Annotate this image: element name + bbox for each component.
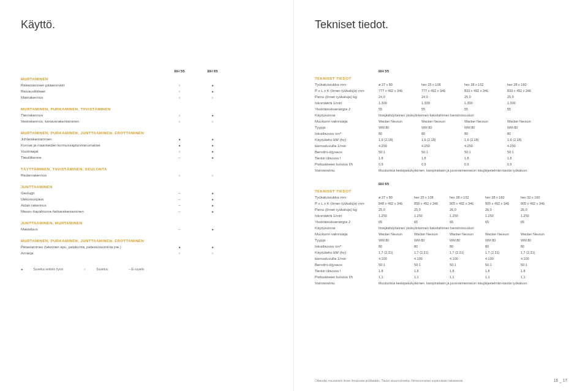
spec-value: WM 80	[507, 126, 550, 129]
table-row: Pelastaminen (tekninen apu, palokunta, p…	[21, 244, 273, 250]
spec-label: Tankin tilavuus l	[315, 269, 379, 273]
spec-label: Käyttöteho kW (hv)	[315, 138, 379, 142]
spec-label: Polttoaineen kulutus l/h	[315, 162, 379, 166]
spec-label: Voimansiirto	[315, 281, 379, 285]
spec-value: Wacker Neuson	[485, 232, 521, 236]
symbol-cell	[163, 113, 196, 117]
spec-row: Bensiini-öljyseos50:150:150:150:150:1	[315, 262, 567, 268]
right-page: Tekniset tiedot. BH 55 TEKNISET TIEDOT T…	[294, 0, 588, 391]
table-row: Juhlarakentaminen	[21, 136, 273, 142]
spec-value: 80	[379, 132, 421, 135]
spec-row: Moottorin valmistajaWacker NeusonWacker …	[315, 231, 567, 237]
spec-label: kierrosluvulla 1/min	[315, 257, 379, 260]
spec-row: Bensiini-öljyseos50:150:150:150:1	[315, 149, 567, 155]
row-label: Juhlarakentaminen	[21, 137, 163, 141]
symbol-cell	[163, 173, 196, 177]
spec-value: 80	[507, 132, 550, 135]
spec-row: kierrosluvulla 1/min4.2504.2504.2504.250	[315, 143, 567, 149]
spec-row: Iskumäärä 1/min1.2501.2501.2501.2501.250	[315, 213, 567, 219]
spec-label: Käyttövoima	[315, 226, 379, 230]
ring-icon	[178, 83, 180, 87]
row-label: Maatalous	[21, 227, 163, 231]
table-row: Tietoliikenne	[21, 154, 273, 161]
spec-label: Bensiini-öljyseos	[315, 150, 379, 154]
spec-label: kierrosluvulla 1/min	[315, 144, 379, 148]
section-head: JUNTTAAMINEN	[21, 183, 273, 190]
spec-value: 1,8	[507, 156, 550, 160]
table-row: Radanrakennus	[21, 172, 273, 178]
spec-row: TyyppiWM 80WM 80WM 80WM 80WM 80	[315, 237, 567, 243]
spec-label: Tyyppi	[315, 126, 379, 129]
spec-value: WM 80	[414, 238, 450, 242]
spec-row: VoimansiirtoMoottorista keskipakokytkime…	[315, 280, 567, 286]
spec-row: Yksittäisiskuenergia J55555555	[315, 106, 567, 112]
table-row: Vesirakennus, kanavarakentaminen	[21, 118, 273, 124]
legend: Soveltuu erittäin hyvin Soveltuu – Ei so…	[21, 267, 273, 271]
spec-value: 80	[414, 245, 450, 248]
ring-icon	[211, 251, 213, 255]
row-label: Raivausliikkeet	[21, 89, 163, 93]
spec-value: Wacker Neuson	[421, 120, 464, 123]
spec-value: 1,7 (2,31)	[379, 251, 414, 254]
row-label: Tienrakennus	[21, 113, 163, 117]
ring-icon	[178, 251, 180, 255]
symbol-cell	[196, 251, 229, 255]
left-title: Käyttö.	[21, 18, 273, 31]
row-label: Vuokraajat	[21, 150, 163, 153]
symbol-cell	[163, 83, 196, 87]
spec-value: 1.250	[485, 214, 521, 218]
spec-value: 50:1	[379, 150, 421, 154]
spec-value: 50:1	[464, 150, 507, 154]
spec-row: VoimansiirtoMoottorista keskipakokytkime…	[315, 167, 567, 173]
spec-value: 1,1	[414, 275, 450, 279]
spec-value: 1,8	[379, 269, 414, 273]
spec-value: 1.250	[521, 214, 556, 218]
col-bh65: BH 65	[196, 69, 229, 73]
spec-value: WM 80	[485, 238, 521, 242]
spec-value: 1,1	[450, 275, 485, 279]
spec-value: 65	[450, 220, 485, 224]
spec-row: Käyttöteho kW (hv)1,6 (2,18)1,6 (2,18)1,…	[315, 137, 567, 143]
spec-value: 50:1	[421, 150, 464, 154]
spec-value: 1,1	[521, 275, 556, 279]
spec-value: 65	[414, 220, 450, 224]
spec-value: 0,9	[421, 162, 464, 166]
table-row: Kunnat ja maanteiden kunnossapitoviranom…	[21, 142, 273, 148]
row-label: Armeija	[21, 251, 163, 255]
filled-icon	[178, 137, 180, 141]
spec-value: 905 x 492 x 346	[450, 202, 485, 205]
dash-icon	[178, 197, 180, 201]
row-label: Aidan rakennus	[21, 203, 163, 207]
filled-icon	[211, 203, 213, 207]
symbol-cell	[196, 227, 229, 231]
spec-value: 1,6 (2,18)	[421, 138, 464, 142]
spec-value: ø 27 x 80	[379, 196, 414, 199]
spec-label: Tankin tilavuus l	[315, 156, 379, 160]
spec-value: 777 x 492 x 346	[421, 89, 464, 93]
dash-icon	[178, 227, 180, 231]
filled-icon	[211, 227, 213, 231]
spec-value: 55	[421, 107, 464, 111]
spec65-model-header: BH 65	[315, 182, 567, 186]
spec-value-span: Moottorista keskipakokytkimen, kampiratt…	[379, 169, 567, 172]
symbol-cell	[163, 197, 196, 201]
spec-value: hex 28 x 160	[507, 83, 550, 86]
symbol-cell	[163, 251, 196, 255]
symbol-cell	[163, 245, 196, 249]
table-row: Rakentamisen pääammatit	[21, 82, 273, 88]
ring-icon	[178, 120, 180, 123]
table-row: Tienrakennus	[21, 112, 273, 118]
spec-value: 4.100	[450, 257, 485, 260]
symbol-cell	[163, 203, 196, 207]
spec-value: 55	[464, 107, 507, 111]
spec-value: 4.100	[485, 257, 521, 260]
spec-value: Wacker Neuson	[379, 120, 421, 123]
spec-row: P x L x K (ilman työkaluja) mm848 x 492 …	[315, 200, 567, 207]
dash-icon	[178, 210, 180, 213]
spec55-head: TEKNISET TIEDOT	[315, 75, 567, 82]
spec-value: ø 27 x 80	[379, 83, 421, 86]
spec-label: Voimansiirto	[315, 169, 379, 172]
spec-label: Moottorin valmistaja	[315, 120, 379, 123]
spec-value: hex 28 x 152	[464, 83, 507, 86]
spec-label: Työkaluistukka mm	[315, 83, 379, 86]
